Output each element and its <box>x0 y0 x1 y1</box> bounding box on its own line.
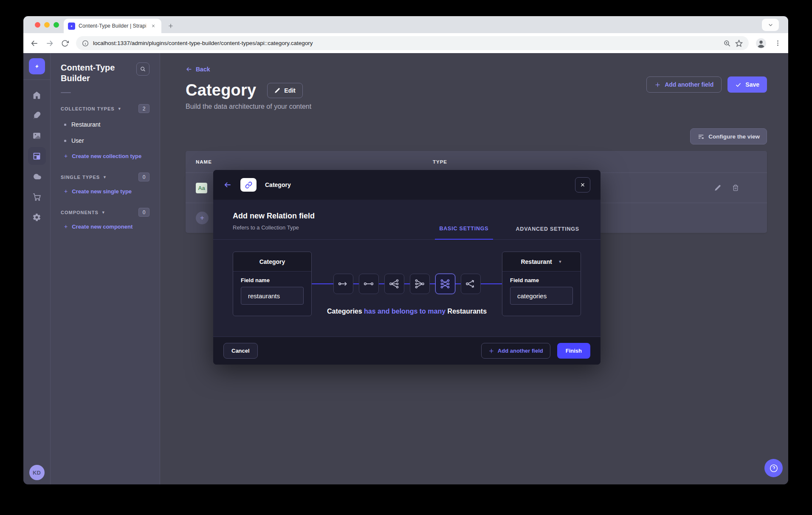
close-icon <box>580 182 585 187</box>
reload-icon[interactable] <box>61 39 69 48</box>
close-window-button[interactable] <box>35 22 40 28</box>
sentence-source: Categories <box>327 308 364 315</box>
url-text: localhost:1337/admin/plugins/content-typ… <box>93 40 719 46</box>
add-relation-modal: Category Add new Relation field Refers t… <box>213 170 601 365</box>
modal-add-another-field-button[interactable]: Add another field <box>481 343 550 359</box>
minimize-window-button[interactable] <box>44 22 50 28</box>
zoom-page-icon[interactable] <box>723 40 731 47</box>
url-omnibox[interactable]: localhost:1337/admin/plugins/content-typ… <box>76 36 749 50</box>
strapi-admin: KD Content-Type Builder COLLECTION TYPES… <box>23 53 788 484</box>
finish-label: Finish <box>566 348 582 354</box>
modal-footer: Cancel Add another field Finish <box>213 337 601 365</box>
source-field-name-input[interactable] <box>241 287 304 305</box>
new-tab-button[interactable] <box>165 20 177 32</box>
strapi-favicon <box>68 23 75 30</box>
relation-sentence: Categories has and belongs to many Resta… <box>312 308 502 315</box>
tab-basic-settings[interactable]: BASIC SETTINGS <box>435 226 493 240</box>
toolbar-right <box>756 38 781 49</box>
screen: Content-Type Builder | Strapi <box>0 0 812 515</box>
modal-subheading: Refers to a Collection Type <box>233 224 315 239</box>
sentence-relation: has and belongs to many <box>364 308 445 315</box>
many-way-icon <box>465 278 476 289</box>
chevron-down-icon: ▼ <box>558 260 562 264</box>
relation-many-to-one-button[interactable] <box>410 274 430 294</box>
modal-back-button[interactable] <box>223 181 232 189</box>
modal-header: Category <box>213 170 601 200</box>
tab-list-chevron-button[interactable] <box>762 19 779 31</box>
back-icon[interactable] <box>30 39 39 48</box>
zoom-window-button[interactable] <box>54 22 59 28</box>
relation-one-way-button[interactable] <box>333 274 353 294</box>
one-way-icon <box>338 278 349 289</box>
plus-icon <box>488 348 494 354</box>
relation-one-to-one-button[interactable] <box>359 274 379 294</box>
finish-button[interactable]: Finish <box>557 343 590 359</box>
relation-type-selector: Categories has and belongs to many Resta… <box>312 252 502 316</box>
modal-title: Category <box>265 181 291 188</box>
target-field-name-input[interactable] <box>510 287 573 305</box>
browser-tab[interactable]: Content-Type Builder | Strapi <box>64 19 161 33</box>
tab-title: Content-Type Builder | Strapi <box>79 23 146 29</box>
modal-tabs: BASIC SETTINGS ADVANCED SETTINGS <box>435 212 584 239</box>
profile-icon[interactable] <box>756 38 767 49</box>
cancel-button[interactable]: Cancel <box>223 343 258 359</box>
relation-field-icon <box>240 178 257 192</box>
modal-add-field-label: Add another field <box>498 348 543 354</box>
modal-heading: Add new Relation field <box>233 212 315 221</box>
target-collection-select[interactable]: Restaurant ▼ <box>502 252 581 272</box>
site-info-icon[interactable] <box>82 40 89 47</box>
bookmark-star-icon[interactable] <box>735 40 743 47</box>
modal-title-bar: Add new Relation field Refers to a Colle… <box>213 200 601 240</box>
link-icon <box>245 181 252 189</box>
source-card-title: Category <box>233 252 311 272</box>
relation-many-to-many-button[interactable] <box>435 274 455 294</box>
cancel-label: Cancel <box>231 348 250 354</box>
browser-tabstrip: Content-Type Builder | Strapi <box>23 16 788 33</box>
tab-advanced-settings[interactable]: ADVANCED SETTINGS <box>512 226 584 239</box>
tab-close-icon[interactable] <box>149 22 157 30</box>
browser-toolbar: localhost:1337/admin/plugins/content-typ… <box>23 33 788 53</box>
source-card: Category Field name <box>233 252 312 316</box>
target-card-title: Restaurant <box>521 258 552 265</box>
target-card: Restaurant ▼ Field name <box>502 252 581 316</box>
relation-many-way-button[interactable] <box>461 274 481 294</box>
forward-icon[interactable] <box>45 39 54 48</box>
one-to-one-icon <box>363 278 374 289</box>
menu-kebab-icon[interactable] <box>774 40 781 47</box>
browser-window: Content-Type Builder | Strapi <box>23 16 788 484</box>
relation-picker: Category Field name <box>213 240 601 316</box>
field-name-label: Field name <box>241 277 304 283</box>
field-name-label: Field name <box>510 277 573 283</box>
one-to-many-icon <box>389 278 400 289</box>
relation-one-to-many-button[interactable] <box>384 274 404 294</box>
traffic-lights <box>35 22 59 28</box>
modal-close-button[interactable] <box>575 177 590 192</box>
many-to-one-icon <box>414 278 425 289</box>
sentence-target: Restaurants <box>445 308 487 315</box>
many-to-many-icon <box>440 278 451 289</box>
